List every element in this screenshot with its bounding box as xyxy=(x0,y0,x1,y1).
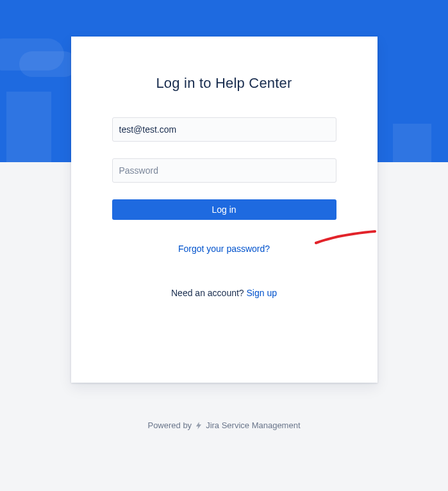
login-button[interactable]: Log in xyxy=(112,199,336,220)
forgot-password-row: Forgot your password? xyxy=(112,243,336,254)
decorative-building xyxy=(393,124,431,162)
password-field[interactable] xyxy=(112,158,336,183)
jira-bolt-icon xyxy=(194,421,203,430)
email-field[interactable] xyxy=(112,117,336,142)
annotation-underline xyxy=(315,230,376,246)
footer-prefix: Powered by xyxy=(147,420,192,430)
decorative-building xyxy=(6,92,51,162)
decorative-cloud xyxy=(19,51,77,77)
footer: Powered by Jira Service Management xyxy=(0,420,448,430)
signup-link[interactable]: Sign up xyxy=(247,288,277,298)
page-title: Log in to Help Center xyxy=(156,75,292,92)
signup-row: Need an account? Sign up xyxy=(171,288,277,298)
login-card: Log in to Help Center Log in Forgot your… xyxy=(71,37,377,383)
forgot-password-link[interactable]: Forgot your password? xyxy=(178,244,270,254)
signup-prompt: Need an account? xyxy=(171,288,247,298)
footer-product: Jira Service Management xyxy=(206,420,300,430)
